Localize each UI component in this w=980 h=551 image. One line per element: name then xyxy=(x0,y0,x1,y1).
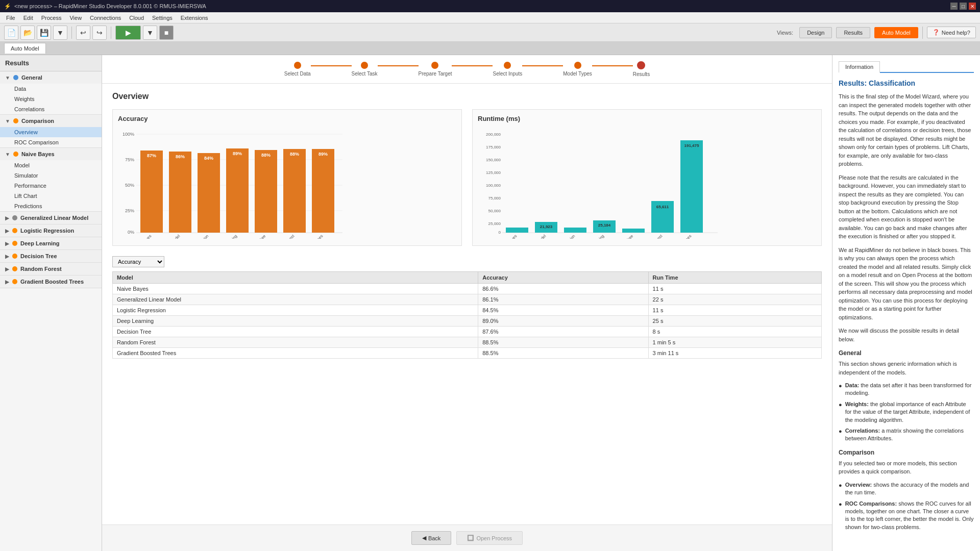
design-view-button[interactable]: Design xyxy=(799,27,832,38)
accuracy-bar-gbt[interactable] xyxy=(312,149,334,233)
sidebar-section-comparison-header[interactable]: ▼ Comparison xyxy=(0,115,102,127)
runtime-bar-naive-bayes[interactable] xyxy=(506,228,528,233)
accuracy-bar-naive-bayes[interactable] xyxy=(140,151,163,233)
accuracy-bar-glm[interactable] xyxy=(169,152,191,233)
sidebar-section-general-header[interactable]: ▼ General xyxy=(0,71,102,84)
run-dropdown-button[interactable]: ▼ xyxy=(143,26,157,40)
table-row[interactable]: Logistic Regression 84.5% 11 s xyxy=(113,305,822,316)
table-row[interactable]: Generalized Linear Model 86.1% 22 s xyxy=(113,294,822,305)
sidebar-item-model[interactable]: Model xyxy=(0,160,102,170)
table-row[interactable]: Naive Bayes 86.6% 11 s xyxy=(113,284,822,294)
help-label: Need help? xyxy=(942,30,970,36)
dl-label: Deep Learning xyxy=(20,240,59,246)
logistic-label: Logistic Regression xyxy=(20,228,74,234)
minimize-button[interactable]: ─ xyxy=(950,3,958,10)
accuracy-bar-dl[interactable] xyxy=(226,148,249,233)
sidebar-section-dt-header[interactable]: ▶ Decision Tree xyxy=(0,250,102,262)
run-button[interactable]: ▶ xyxy=(115,26,141,40)
gbt-dot xyxy=(12,279,17,284)
accuracy-bar-dt[interactable] xyxy=(255,150,277,233)
model-accuracy: 88.5% xyxy=(478,337,648,348)
menu-connections[interactable]: Connections xyxy=(86,14,125,22)
step-results[interactable]: Results xyxy=(633,61,650,77)
svg-text:200,000: 200,000 xyxy=(486,132,501,137)
menu-extensions[interactable]: Extensions xyxy=(177,14,212,22)
sidebar-section-gbt-header[interactable]: ▶ Gradient Boosted Trees xyxy=(0,276,102,288)
undo-button[interactable]: ↩ xyxy=(76,26,90,40)
save-button[interactable]: 💾 xyxy=(37,26,51,40)
metric-dropdown[interactable]: Accuracy Precision Recall F-Measure xyxy=(112,256,164,267)
help-button[interactable]: ❓ Need help? xyxy=(927,27,976,38)
sidebar-item-simulator[interactable]: Simulator xyxy=(0,170,102,181)
sidebar-section-naive-bayes-header[interactable]: ▼ Naive Bayes xyxy=(0,148,102,160)
sidebar-item-performance[interactable]: Performance xyxy=(0,181,102,191)
menu-settings[interactable]: Settings xyxy=(148,14,177,22)
model-runtime: 11 s xyxy=(648,305,821,316)
sidebar-item-lift-chart[interactable]: Lift Chart xyxy=(0,191,102,201)
sidebar-section-rf-header[interactable]: ▶ Random Forest xyxy=(0,263,102,275)
step-select-inputs[interactable]: Select Inputs xyxy=(493,62,522,77)
naive-bayes-label: Naive Bayes xyxy=(21,151,55,157)
sidebar-item-roc-comparison[interactable]: ROC Comparison xyxy=(0,137,102,147)
sidebar-item-correlations[interactable]: Correlations xyxy=(0,104,102,114)
step-model-types[interactable]: Model Types xyxy=(563,62,592,77)
svg-text:Gradient Boosted Trees: Gradient Boosted Trees xyxy=(290,234,324,239)
step-prepare-target[interactable]: Prepare Target xyxy=(419,62,452,77)
comparison-dot xyxy=(13,118,18,123)
naive-bayes-dot xyxy=(13,152,18,157)
automodel-tab[interactable]: Auto Model xyxy=(4,43,46,54)
sidebar-section-glm-header[interactable]: ▶ Generalized Linear Model xyxy=(0,212,102,224)
stop-button[interactable]: ■ xyxy=(159,26,174,40)
svg-text:125,000: 125,000 xyxy=(486,170,501,175)
table-row[interactable]: Deep Learning 89.0% 25 s xyxy=(113,316,822,327)
menu-view[interactable]: View xyxy=(65,14,86,22)
new-button[interactable]: 📄 xyxy=(4,26,18,40)
sidebar-item-weights[interactable]: Weights xyxy=(0,94,102,104)
general-bullet-correlations: ● Correlations: a matrix showing the cor… xyxy=(839,427,974,443)
accuracy-bar-logistic[interactable] xyxy=(198,153,220,233)
glm-label: Generalized Linear Model xyxy=(20,215,88,221)
menu-cloud[interactable]: Cloud xyxy=(125,14,148,22)
step-select-task[interactable]: Select Task xyxy=(352,62,378,77)
accuracy-bar-rf[interactable] xyxy=(283,149,306,233)
step-select-data[interactable]: Select Data xyxy=(284,62,311,77)
general-section-text: This section shows generic information w… xyxy=(839,360,974,377)
svg-text:65,611: 65,611 xyxy=(656,205,669,209)
table-row[interactable]: Decision Tree 87.6% 8 s xyxy=(113,327,822,337)
back-button[interactable]: ◀ Back xyxy=(411,531,451,545)
runtime-bar-gbt[interactable] xyxy=(680,140,703,233)
expand-icon-dt: ▶ xyxy=(5,254,9,259)
dt-label: Decision Tree xyxy=(20,253,57,259)
sidebar-section-logistic-header[interactable]: ▶ Logistic Regression xyxy=(0,224,102,237)
runtime-bar-logistic[interactable] xyxy=(564,228,586,233)
redo-button[interactable]: ↪ xyxy=(92,26,107,40)
sidebar-section-deep-learning-header[interactable]: ▶ Deep Learning xyxy=(0,237,102,249)
menu-edit[interactable]: Edit xyxy=(19,14,37,22)
svg-text:Logistic Regression: Logistic Regression xyxy=(181,234,210,239)
sidebar-section-logistic: ▶ Logistic Regression xyxy=(0,224,102,237)
overview-content: Overview Accuracy 100% 75% 50% 25% 0% xyxy=(102,84,832,524)
glm-dot xyxy=(12,215,17,220)
results-view-button[interactable]: Results xyxy=(836,27,870,38)
information-tab[interactable]: Information xyxy=(839,61,880,73)
close-button[interactable]: ✕ xyxy=(969,3,976,10)
sidebar-item-data[interactable]: Data xyxy=(0,84,102,94)
open-button[interactable]: 📂 xyxy=(20,26,35,40)
svg-text:25,000: 25,000 xyxy=(488,221,501,226)
table-row[interactable]: Gradient Boosted Trees 88.5% 3 min 11 s xyxy=(113,348,822,359)
menu-process[interactable]: Process xyxy=(37,14,66,22)
sidebar-item-overview[interactable]: Overview xyxy=(0,127,102,137)
svg-text:50,000: 50,000 xyxy=(488,209,501,213)
open-process-button[interactable]: 🔲 Open Process xyxy=(456,531,523,545)
sidebar-item-predictions[interactable]: Predictions xyxy=(0,201,102,211)
comparison-bullet-overview: ● Overview: shows the accuracy of the mo… xyxy=(839,481,974,497)
table-row[interactable]: Random Forest 88.5% 1 min 5 s xyxy=(113,337,822,348)
runtime-bar-dt[interactable] xyxy=(622,229,645,233)
maximize-button[interactable]: □ xyxy=(960,3,967,10)
toolbar: 📄 📂 💾 ▼ ↩ ↪ ▶ ▼ ■ Views: Design Results … xyxy=(0,23,980,42)
gbt-label: Gradient Boosted Trees xyxy=(20,279,84,285)
save-dropdown-button[interactable]: ▼ xyxy=(53,26,67,40)
automodel-view-button[interactable]: Auto Model xyxy=(874,27,918,38)
toolbar-separator-3 xyxy=(922,27,923,39)
menu-file[interactable]: File xyxy=(2,14,19,22)
